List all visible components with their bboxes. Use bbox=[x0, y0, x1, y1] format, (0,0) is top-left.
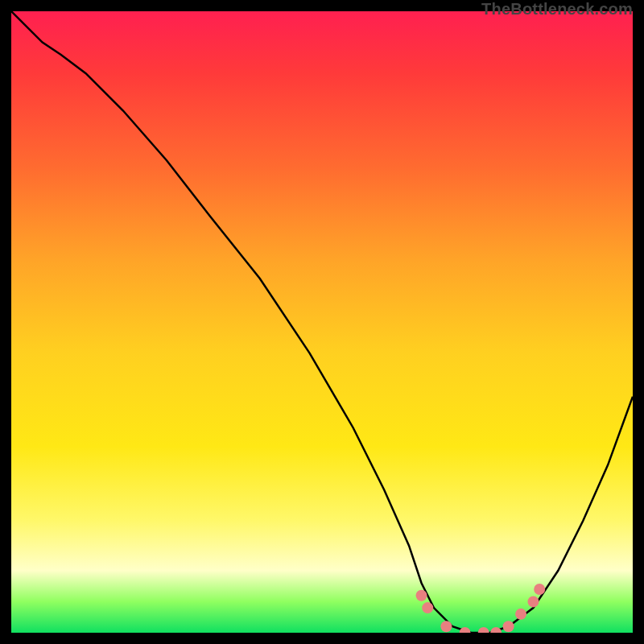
plot-gradient-background bbox=[11, 11, 633, 633]
watermark-text: TheBottleneck.com bbox=[481, 0, 633, 19]
chart-container: TheBottleneck.com bbox=[0, 0, 644, 644]
